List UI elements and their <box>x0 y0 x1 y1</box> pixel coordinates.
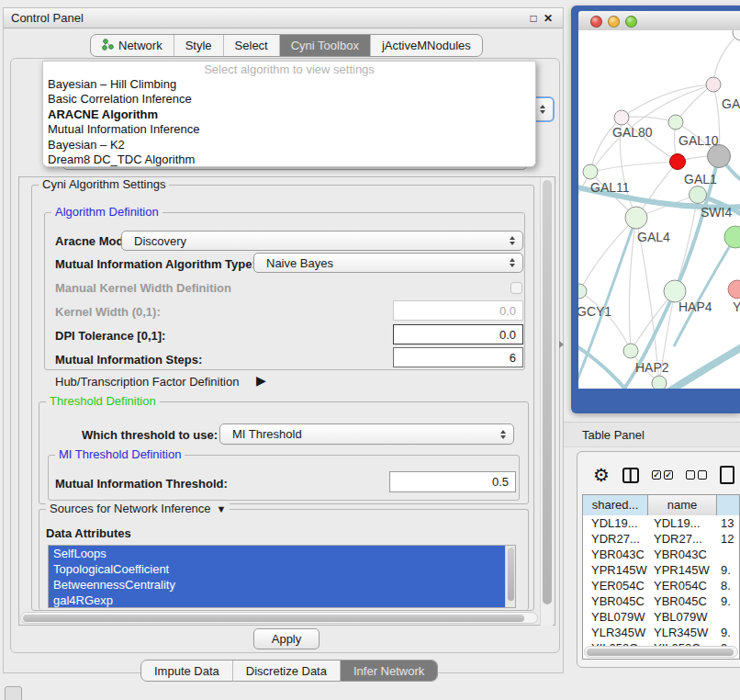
divider-arrow-icon[interactable] <box>559 341 564 348</box>
table-cell: YBR045C <box>648 593 717 609</box>
table-row[interactable]: YDL19...YDL19...13 <box>583 515 739 531</box>
column-header-a[interactable]: A <box>717 495 740 515</box>
apply-button[interactable]: Apply <box>253 628 320 649</box>
network-canvas[interactable]: GALGAL80GAL10GAL1GAL11SWI4GAL4GCY1HAP4YH… <box>578 30 740 389</box>
network-node-swi4[interactable] <box>724 226 740 248</box>
network-edge[interactable] <box>579 218 636 291</box>
unchecked-columns-icon[interactable] <box>686 470 707 480</box>
mi-steps-field[interactable]: 6 <box>393 347 523 367</box>
network-graph[interactable]: GALGAL80GAL10GAL1GAL11SWI4GAL4GCY1HAP4YH… <box>578 30 740 389</box>
table-row[interactable]: YBR045CYBR045C9. <box>583 593 739 609</box>
tab-select[interactable]: Select <box>224 35 280 56</box>
mi-steps-label: Mutual Information Steps: <box>55 353 202 367</box>
network-window-titlebar[interactable] <box>578 11 740 31</box>
settings-horizontal-scrollbar-thumb[interactable] <box>23 615 524 622</box>
attribute-gal4rgexp[interactable]: gal4RGexp <box>49 593 515 608</box>
algorithm-definition-title: Algorithm Definition <box>51 205 163 219</box>
network-edge[interactable] <box>590 162 678 172</box>
network-node[interactable] <box>708 145 731 168</box>
algorithm-option-bayesian-hill-climbing[interactable]: Bayesian – Hill Climbing <box>43 77 535 92</box>
algorithm-option-aracne-algorithm[interactable]: ARACNE Algorithm <box>43 107 535 122</box>
hub-definition-label[interactable]: Hub/Transcription Factor Definition <box>55 375 239 389</box>
algorithm-option-mutual-information-inference[interactable]: Mutual Information Inference <box>43 122 535 137</box>
table-cell: YBR043C <box>583 547 648 562</box>
network-edge[interactable] <box>578 218 636 389</box>
network-node-gcy1[interactable] <box>578 284 587 299</box>
algorithm-option-dream8-dc-tdc-algorithm[interactable]: Dream8 DC_TDC Algorithm <box>43 152 535 167</box>
float-window-icon[interactable]: □ <box>526 12 541 25</box>
dpi-tolerance-field[interactable]: 0.0 <box>393 324 523 344</box>
tab-impute-data[interactable]: Impute Data <box>141 660 233 681</box>
column-header-shared[interactable]: shared... <box>583 495 648 515</box>
mi-type-combo[interactable]: Naive Bayes <box>253 253 523 273</box>
table-cell: 8. <box>717 578 739 593</box>
network-node[interactable] <box>706 77 721 92</box>
attributes-scrollbar-thumb[interactable] <box>508 548 514 601</box>
network-node-gal80[interactable] <box>614 110 629 125</box>
tab-network[interactable]: Network <box>91 35 174 56</box>
algorithm-option-bayesian-k2[interactable]: Bayesian – K2 <box>43 138 535 152</box>
zoom-traffic-light-icon[interactable] <box>625 16 637 28</box>
data-attributes-list[interactable]: SelfLoopsTopologicalCoefficientBetweenne… <box>48 545 516 608</box>
which-threshold-combo[interactable]: MI Threshold <box>219 423 514 445</box>
control-panel-titlebar[interactable]: Control Panel □ ✕ <box>4 8 563 28</box>
expand-arrow-icon[interactable]: ▶ <box>256 373 266 388</box>
settings-vertical-scrollbar[interactable] <box>540 177 553 626</box>
attribute-betweennesscentrality[interactable]: BetweennessCentrality <box>49 577 515 593</box>
network-node[interactable] <box>670 154 686 170</box>
table-cell: YLR345W <box>648 625 717 640</box>
table-row[interactable]: YER054CYER054C8. <box>583 578 739 593</box>
network-node-gal11[interactable] <box>583 164 598 179</box>
checked-columns-icon[interactable]: ✓✓ <box>652 470 673 480</box>
network-edge[interactable] <box>622 117 676 122</box>
kernel-width-field[interactable]: 0.0 <box>393 300 523 321</box>
close-window-icon[interactable]: ✕ <box>541 12 555 25</box>
algorithm-option-basic-correlation-inference[interactable]: Basic Correlation Inference <box>43 92 535 107</box>
minimized-panel-icon[interactable] <box>5 686 22 700</box>
tab-jactivemnodules[interactable]: jActiveMNodules <box>371 35 482 56</box>
network-node-hap2[interactable] <box>623 344 638 358</box>
mi-threshold-field[interactable]: 0.5 <box>389 471 516 492</box>
spinner-icon <box>500 424 506 444</box>
tab-cyni-toolbox[interactable]: Cyni Toolbox <box>280 35 371 56</box>
attribute-topologicalcoefficient[interactable]: TopologicalCoefficient <box>49 561 515 577</box>
network-edge[interactable] <box>579 291 631 351</box>
network-node-gal1[interactable] <box>690 186 707 204</box>
table-panel-toolbar: ⚙ ✓✓ <box>582 457 740 492</box>
table-row[interactable]: YPR145WYPR145W9. <box>583 562 739 578</box>
table-cell: YDR27... <box>583 531 648 547</box>
table-row[interactable]: YBR043CYBR043C <box>583 547 739 562</box>
table-row[interactable]: YLR345WYLR345W9. <box>583 625 739 640</box>
table-row[interactable]: YBL079WYBL079W <box>583 609 739 625</box>
document-icon[interactable] <box>720 466 734 484</box>
table-cell: 9. <box>717 562 739 578</box>
node-label-gal4: GAL4 <box>637 230 670 244</box>
collapse-arrow-icon[interactable]: ▼ <box>217 503 227 514</box>
table-row[interactable]: YDR27...YDR27...12 <box>583 531 739 547</box>
columns-icon[interactable] <box>622 468 639 483</box>
network-node-gal10[interactable] <box>668 115 683 130</box>
minimize-traffic-light-icon[interactable] <box>608 16 620 28</box>
attributes-scrollbar[interactable] <box>505 546 515 607</box>
network-node-gal4[interactable] <box>625 207 647 229</box>
gear-icon[interactable]: ⚙ <box>593 466 610 484</box>
attribute-selfloops[interactable]: SelfLoops <box>49 546 515 561</box>
network-node[interactable] <box>652 376 667 389</box>
dpi-tolerance-label: DPI Tolerance [0,1]: <box>55 329 165 343</box>
network-view-window[interactable]: GALGAL80GAL10GAL1GAL11SWI4GAL4GCY1HAP4YH… <box>571 6 740 413</box>
table-horizontal-scrollbar[interactable] <box>584 646 738 658</box>
network-edge[interactable] <box>713 32 740 85</box>
settings-horizontal-scrollbar[interactable] <box>20 612 538 624</box>
column-header-name[interactable]: name <box>648 495 717 515</box>
manual-kernel-checkbox[interactable] <box>510 282 522 294</box>
close-traffic-light-icon[interactable] <box>590 16 602 28</box>
spinner-icon <box>540 98 545 120</box>
settings-vertical-scrollbar-thumb[interactable] <box>543 180 552 604</box>
table-panel-titlebar[interactable]: Table Panel <box>564 422 740 447</box>
table-horizontal-scrollbar-thumb[interactable] <box>587 649 734 656</box>
tab-infer-network[interactable]: Infer Network <box>341 660 437 681</box>
tab-style[interactable]: Style <box>174 35 224 56</box>
network-node-y[interactable] <box>728 280 740 299</box>
tab-discretize-data[interactable]: Discretize Data <box>233 660 341 681</box>
aracne-mode-combo[interactable]: Discovery <box>121 231 523 251</box>
